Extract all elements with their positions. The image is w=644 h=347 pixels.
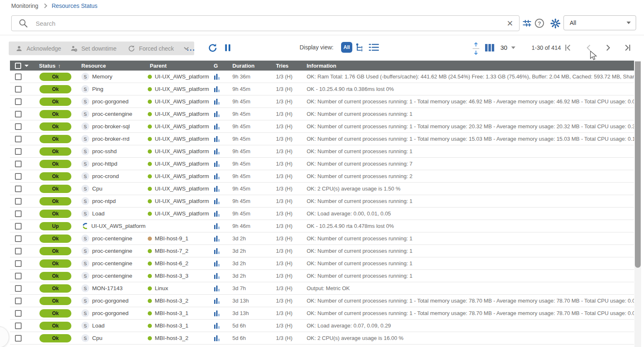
set-downtime-button[interactable]: Set downtime <box>63 42 123 55</box>
select-menu-caret-icon[interactable] <box>24 65 29 67</box>
parent-name[interactable]: UI-UX_AWS_platform <box>155 173 209 179</box>
parent-name[interactable]: Linux <box>155 285 168 291</box>
header-graph[interactable]: G <box>214 63 218 69</box>
table-row[interactable]: Ok S proc-sshd UI-UX_AWS_platform 9h 45m… <box>10 145 634 158</box>
parent-name[interactable]: UI-UX_AWS_platform <box>155 136 209 142</box>
table-row[interactable]: Ok S proc-centengine MBI-host-3_3 3d 2h … <box>10 270 634 282</box>
resource-name[interactable]: proc-broker-rrd <box>92 136 129 142</box>
header-parent[interactable]: Parent <box>150 63 166 69</box>
table-row[interactable]: Ok S proc-crond UI-UX_AWS_platform 9h 45… <box>10 170 634 183</box>
table-row[interactable]: Up UI-UX_AWS_platform 9h 46m 1/3 (H) OK … <box>10 220 634 232</box>
table-row[interactable]: Ok S proc-gorgoned MBI-host-3_1 3d 13h 1… <box>10 307 634 320</box>
graph-icon[interactable] <box>214 323 220 329</box>
graph-icon[interactable] <box>214 111 220 117</box>
status-badge[interactable]: Ok <box>39 272 71 280</box>
graph-icon[interactable] <box>214 123 220 130</box>
table-row[interactable]: Ok S proc-broker-sql UI-UX_AWS_platform … <box>10 120 634 133</box>
breadcrumb-monitoring[interactable]: Monitoring <box>11 2 38 9</box>
header-status[interactable]: Status <box>39 63 56 69</box>
header-duration[interactable]: Duration <box>232 63 254 69</box>
table-row[interactable]: Ok S Ping UI-UX_AWS_platform 9h 45m 1/3 … <box>10 83 634 95</box>
table-row[interactable]: Ok S Load UI-UX_AWS_platform 9h 45m 1/3 … <box>10 208 634 220</box>
floating-button-partial[interactable] <box>0 326 9 347</box>
status-badge[interactable]: Ok <box>39 160 71 168</box>
last-page-button[interactable] <box>623 43 632 52</box>
resource-name[interactable]: proc-centengine <box>92 235 132 242</box>
resource-name[interactable]: proc-crond <box>92 173 119 179</box>
row-checkbox[interactable] <box>15 123 22 130</box>
resource-name[interactable]: proc-httpd <box>92 161 117 167</box>
table-row[interactable]: Ok S Cpu MBI-host-3_2 5d 6h 1/3 (H) OK: … <box>10 332 634 345</box>
parent-name[interactable]: MBI-host-6_2 <box>155 260 188 266</box>
row-checkbox[interactable] <box>15 73 22 80</box>
resource-name[interactable]: proc-gorgoned <box>92 98 129 105</box>
resource-name[interactable]: UI-UX_AWS_platform <box>91 223 146 229</box>
status-badge[interactable]: Ok <box>39 309 71 318</box>
status-badge[interactable]: Ok <box>39 247 71 255</box>
resource-name[interactable]: Load <box>92 210 105 217</box>
resource-name[interactable]: proc-broker-sql <box>92 123 130 130</box>
row-checkbox[interactable] <box>15 210 22 217</box>
parent-name[interactable]: UI-UX_AWS_platform <box>155 111 209 117</box>
table-row[interactable]: Ok S proc-centengine MBI-host-9_1 3d 2h … <box>10 232 634 245</box>
resource-name[interactable]: proc-centengine <box>92 111 132 117</box>
resource-name[interactable]: MON-17143 <box>92 285 123 291</box>
table-row[interactable]: Ok S proc-centengine UI-UX_AWS_platform … <box>10 108 634 120</box>
graph-icon[interactable] <box>214 248 220 254</box>
rows-per-page-select[interactable]: 30 <box>500 44 515 51</box>
resource-name[interactable]: Ping <box>92 86 103 92</box>
graph-icon[interactable] <box>214 260 220 267</box>
row-checkbox[interactable] <box>15 298 22 304</box>
row-checkbox[interactable] <box>15 335 22 342</box>
parent-name[interactable]: MBI-host-7_2 <box>155 248 188 254</box>
parent-name[interactable]: MBI-host-3_1 <box>155 310 188 316</box>
table-row[interactable]: Ok S proc-gorgoned UI-UX_AWS_platform 9h… <box>10 95 634 108</box>
list-view-icon[interactable] <box>368 42 379 52</box>
status-badge[interactable]: Ok <box>39 73 71 81</box>
status-badge[interactable]: Ok <box>39 110 71 118</box>
graph-icon[interactable] <box>214 310 220 317</box>
row-checkbox[interactable] <box>15 223 22 230</box>
resource-name[interactable]: proc-centengine <box>92 248 132 254</box>
search-bar[interactable]: ✕ <box>11 15 520 31</box>
resource-name[interactable]: Memory <box>92 73 112 80</box>
filter-scope-select[interactable]: All <box>564 15 636 30</box>
graph-icon[interactable] <box>214 136 220 142</box>
table-row[interactable]: Ok S proc-ntpd UI-UX_AWS_platform 9h 45m… <box>10 195 634 208</box>
graph-icon[interactable] <box>214 73 220 80</box>
breadcrumb-resources-status[interactable]: Resources Status <box>51 2 98 9</box>
view-all-button[interactable]: All <box>341 42 352 53</box>
settings-gear-icon[interactable] <box>550 18 561 29</box>
resource-name[interactable]: Cpu <box>92 186 102 192</box>
status-badge[interactable]: Ok <box>39 322 71 330</box>
row-checkbox[interactable] <box>15 136 22 142</box>
row-checkbox[interactable] <box>15 98 22 105</box>
resource-name[interactable]: proc-centengine <box>92 260 132 266</box>
row-checkbox[interactable] <box>15 111 22 117</box>
table-row[interactable]: Ok S proc-httpd UI-UX_AWS_platform 9h 45… <box>10 158 634 170</box>
parent-name[interactable]: UI-UX_AWS_platform <box>155 98 209 105</box>
previous-page-button[interactable] <box>584 43 593 52</box>
resource-name[interactable]: Cpu <box>92 335 102 341</box>
graph-icon[interactable] <box>214 335 220 342</box>
resource-name[interactable]: proc-ntpd <box>92 198 116 204</box>
status-badge[interactable]: Up <box>39 222 71 230</box>
status-badge[interactable]: Ok <box>39 135 71 143</box>
graph-icon[interactable] <box>214 161 220 167</box>
parent-name[interactable]: UI-UX_AWS_platform <box>155 186 209 192</box>
resource-name[interactable]: proc-gorgoned <box>92 310 129 316</box>
graph-icon[interactable] <box>214 298 220 304</box>
header-tries[interactable]: Tries <box>276 63 288 69</box>
table-row[interactable]: Ok S MON-17143 Linux 3d 7h 1/3 (H) Outpu… <box>10 282 634 295</box>
status-badge[interactable]: Ok <box>39 122 71 131</box>
status-badge[interactable]: Ok <box>39 297 71 305</box>
status-badge[interactable]: Ok <box>39 197 71 205</box>
graph-icon[interactable] <box>214 273 220 279</box>
graph-icon[interactable] <box>214 285 220 292</box>
resource-name[interactable]: proc-gorgoned <box>92 298 129 304</box>
graph-icon[interactable] <box>214 223 220 230</box>
clear-search-icon[interactable]: ✕ <box>507 20 513 27</box>
parent-name[interactable]: MBI-host-3_2 <box>155 335 188 341</box>
row-checkbox[interactable] <box>15 161 22 167</box>
first-page-button[interactable] <box>564 43 573 52</box>
